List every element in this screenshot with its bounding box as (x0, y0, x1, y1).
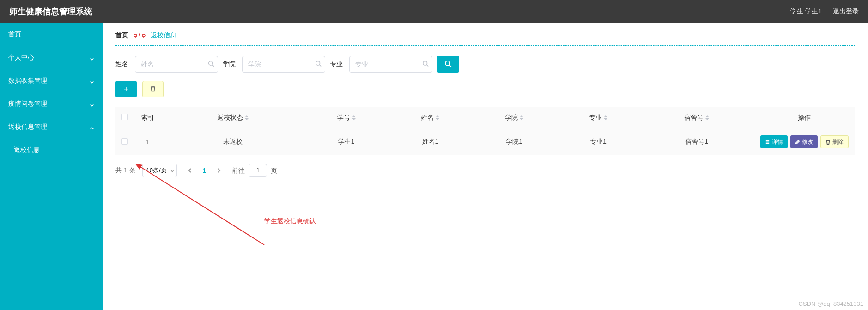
search-icon (422, 61, 429, 68)
chevron-down-icon (90, 55, 94, 60)
sidebar-item-label: 疫情问卷管理 (8, 100, 47, 108)
sidebar-item-profile[interactable]: 个人中心 (0, 46, 103, 69)
filter-bar: 姓名 学院 专业 (115, 56, 855, 73)
user-label[interactable]: 学生 学生1 (790, 7, 822, 16)
col-index: 索引 (134, 107, 162, 129)
breadcrumb-current: 返校信息 (151, 31, 176, 40)
svg-line-15 (140, 166, 264, 245)
filter-college-label: 学院 (223, 60, 236, 68)
sort-icon (705, 115, 709, 120)
sidebar-item-label: 数据收集管理 (8, 77, 47, 85)
main-content: 首页 返校信息 姓名 学院 专业 (103, 23, 868, 310)
search-icon (444, 60, 452, 69)
trash-icon (150, 85, 156, 93)
trash-icon (826, 140, 831, 145)
filter-major-input[interactable] (349, 56, 432, 73)
sidebar-item-label: 首页 (8, 30, 21, 39)
sort-icon (520, 115, 523, 120)
select-all-checkbox[interactable] (121, 114, 128, 120)
cell-dorm: 宿舍号1 (640, 129, 753, 155)
breadcrumb: 首页 返校信息 (115, 31, 855, 46)
search-icon (315, 61, 322, 68)
svg-line-7 (320, 65, 322, 67)
filter-name-label: 姓名 (115, 60, 128, 68)
logout-link[interactable]: 退出登录 (833, 7, 859, 16)
plus-icon: + (124, 85, 129, 94)
data-table: 索引 返校状态 学号 姓名 学院 专业 宿舍号 操作 1 未返校 学生1 姓名1 (115, 107, 855, 155)
row-checkbox[interactable] (121, 138, 128, 145)
sidebar: 首页 个人中心 数据收集管理 疫情问卷管理 返校信息管理 返校信息 (0, 23, 103, 310)
cell-return-status: 未返校 (162, 129, 304, 155)
filter-college-input[interactable] (242, 56, 325, 73)
delete-button[interactable]: 删除 (820, 135, 849, 148)
sort-icon (436, 115, 439, 120)
svg-line-5 (212, 65, 214, 67)
pagination: 共 1 条 10条/页 1 前往 页 (115, 164, 855, 177)
sidebar-item-data-collect[interactable]: 数据收集管理 (0, 69, 103, 92)
cell-name: 姓名1 (388, 129, 473, 155)
col-return-status[interactable]: 返校状态 (162, 107, 304, 129)
search-button[interactable] (437, 56, 459, 73)
svg-line-9 (427, 65, 429, 67)
sidebar-item-label: 返校信息 (14, 146, 40, 154)
svg-point-10 (445, 61, 450, 66)
next-page-button[interactable] (212, 164, 225, 177)
col-actions: 操作 (753, 107, 855, 129)
annotation-text: 学生返校信息确认 (264, 217, 316, 225)
sort-icon (352, 115, 356, 120)
svg-point-2 (142, 34, 145, 37)
chevron-down-icon (90, 79, 94, 83)
sidebar-item-survey[interactable]: 疫情问卷管理 (0, 92, 103, 115)
cell-major: 专业1 (556, 129, 640, 155)
page-size-select[interactable]: 10条/页 (142, 164, 177, 177)
add-button[interactable]: + (115, 81, 137, 97)
sidebar-item-label: 个人中心 (8, 54, 34, 62)
sort-icon (604, 115, 607, 120)
current-page[interactable]: 1 (203, 167, 206, 174)
sort-icon (245, 115, 249, 120)
svg-point-6 (316, 61, 320, 65)
svg-point-8 (423, 61, 427, 65)
page-jump-input[interactable] (249, 164, 267, 177)
top-bar: 师生健康信息管理系统 学生 学生1 退出登录 (0, 0, 868, 23)
svg-point-4 (209, 61, 213, 65)
chevron-down-icon (90, 102, 94, 106)
col-name[interactable]: 姓名 (388, 107, 473, 129)
watermark: CSDN @qq_834251331 (799, 300, 863, 307)
cell-index: 1 (134, 129, 162, 155)
cell-student-no: 学生1 (304, 129, 388, 155)
breadcrumb-home[interactable]: 首页 (115, 31, 128, 40)
col-student-no[interactable]: 学号 (304, 107, 388, 129)
filter-name-input[interactable] (135, 56, 218, 73)
cell-college: 学院1 (472, 129, 556, 155)
edit-button[interactable]: 修改 (790, 135, 818, 148)
table-action-row: + (115, 81, 855, 97)
sidebar-item-home[interactable]: 首页 (0, 23, 103, 46)
batch-delete-button[interactable] (142, 81, 164, 97)
col-dorm[interactable]: 宿舍号 (640, 107, 753, 129)
sidebar-item-return-info-child[interactable]: 返校信息 (0, 139, 103, 162)
filter-major-label: 专业 (330, 60, 343, 68)
page-jump: 前往 页 (232, 164, 277, 177)
detail-button[interactable]: 详情 (760, 135, 788, 148)
col-major[interactable]: 专业 (556, 107, 640, 129)
sidebar-item-return-info[interactable]: 返校信息管理 (0, 115, 103, 139)
edit-icon (795, 140, 800, 145)
pagination-total: 共 1 条 (115, 166, 136, 175)
list-icon (765, 140, 770, 145)
chevron-up-icon (90, 125, 94, 129)
svg-point-0 (134, 34, 137, 37)
search-icon (208, 61, 214, 68)
prev-page-button[interactable] (183, 164, 196, 177)
sidebar-item-label: 返校信息管理 (8, 123, 47, 131)
svg-line-11 (449, 65, 451, 67)
col-college[interactable]: 学院 (472, 107, 556, 129)
breadcrumb-separator-icon (133, 32, 146, 39)
app-title: 师生健康信息管理系统 (9, 6, 92, 17)
table-row: 1 未返校 学生1 姓名1 学院1 专业1 宿舍号1 详情 修改 删除 (115, 129, 855, 155)
